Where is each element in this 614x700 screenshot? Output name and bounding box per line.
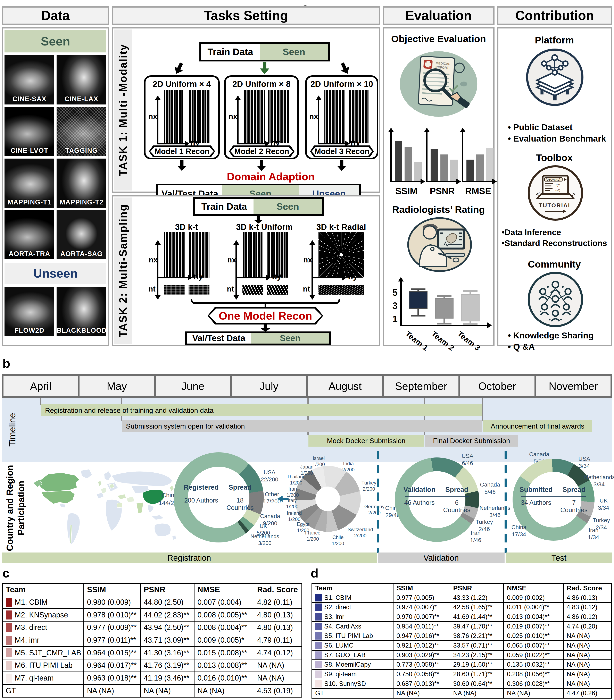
mri-modality-label: FLOW2D [4,327,54,334]
ny-axis-arrow [266,275,271,280]
registration-banner: Registration [2,552,377,563]
rad-score-value: 4.80 (0.13) [254,609,302,621]
rad-score-value: NA (NA) [254,660,302,672]
table-row: S2. direct 0.974 (0.007)* 42.58 (1.65)**… [312,602,611,612]
svg-text:(=\): (=\) [555,188,560,192]
metric-bar [431,149,438,181]
data-column-header: Data [2,6,109,25]
ny-axis [311,277,343,278]
table-row: S1. CBIM 0.977 (0.005) 43.33 (1.22) 0.00… [312,593,611,602]
team-color-swatch [6,661,12,670]
ssim-value: 0.773 (0.058)** [393,660,450,669]
svg-text:TUTORIAL: TUTORIAL [539,202,572,209]
mri-modality-label: CINE-LVOT [4,147,54,154]
nmse-value: 0.208 (0.056)** [503,670,563,679]
table-row: M6. ITU PIMI Lab 0.964 (0.017)** 41.76 (… [3,659,302,672]
x-axis-arrow [456,179,461,184]
tutorial-laptop-icon: (UTORIAL) {(/)} (=\) < > TUTORIAL [527,164,584,222]
task1-side-label: TASK 1: Multi -Modality [114,32,132,188]
rad-score-value: NA (NA) [563,660,611,669]
month-cell: August [308,376,382,396]
platform-heading: Platform [500,34,609,46]
registration-donut-center: Registered Spread 200 Authors 18 Countri… [188,467,249,528]
table-row: S4. CardiAxs 0.954 (0.011)** 39.47 (1.70… [312,621,611,631]
mri-modality-label: BLACKBLOOD [57,327,106,334]
mri-thumbnail: AORTA-SAG [57,210,106,259]
nx-axis-arrow [309,240,315,245]
psnr-mini-chart [425,132,460,183]
rad-score-value: 4.79 (0.11) [254,634,302,646]
other-donut-hole [316,487,340,511]
nmse-value: 0.306 (0.028)** [503,679,563,688]
tasks-column-header: Tasks Setting [112,6,380,25]
metric-bar [466,160,474,181]
rad-score-value: 4.83 (0.12) [563,603,611,612]
ny-axis [157,143,186,145]
rmse-label: RMSE [461,186,495,196]
month-cell: October [460,376,535,396]
rmse-mini-chart [461,132,495,183]
section-divider [377,451,379,553]
boxplot-team3 [460,285,480,326]
nmse-value: 0.016 (0.010)** [194,672,254,684]
mri-thumbnail: AORTA-TRA [4,210,54,259]
model-recon-hexagon: Model 1 Recon [147,146,217,157]
timeline-tick [40,398,41,405]
metric-bar [476,154,484,181]
svg-text:>: > [572,190,576,198]
team-color-swatch [6,623,12,632]
task2-side-label: TASK 2: Multi-Sampling [114,200,132,341]
boxplot-part [437,295,452,297]
team-name: GT [3,685,83,697]
team-color-swatch [315,594,322,601]
toolbox-bullets: •Data Inference•Standard Reconstructions [502,227,612,249]
ssim-value: 0.977 (0.011)** [83,634,140,646]
nt-axis [311,278,313,296]
bullet-item: •Standard Reconstructions [502,238,612,249]
nmse-value: NA (NA) [503,689,563,698]
metric-bar [414,162,422,181]
timeline-bar: Submission system open for validation [122,420,482,432]
team-color-swatch [315,613,322,621]
rad-score-value: NA (NA) [563,670,611,679]
rating-y-axis-arrow [398,277,404,282]
x-axis-arrow [420,179,425,184]
validation-donut-center: Validation Spread 46 Authors 6 Countries [408,471,465,528]
team-color-swatch [6,648,12,658]
ny-axis [318,143,346,145]
donut-label-canada-val: Canada 5/46 [477,481,503,495]
ny-axis [237,143,266,145]
timeline-bar: Announcement of final awards [483,420,592,432]
task2-valtest-box: Val/Test Data Seen [185,332,331,345]
radiologists-rating-heading: Radiologists’ Rating [385,204,492,215]
ssim-value: 0.921 (0.012)** [393,641,450,650]
ny-axis [157,277,188,278]
table-row: M3. direct 0.977 (0.009)** 43.94 (2.50)*… [3,621,302,634]
donut-label-iran-reg: Iran 1/200 [282,486,303,498]
x-axis-arrow [492,179,497,184]
seen-image-grid: CINE-SAX CINE-LAX CINE-LVOT TAGGING MAPP… [4,55,106,259]
psnr-label: PSNR [425,186,460,196]
boxplot-part [463,290,478,292]
ssim-value: 0.947 (0.016)** [393,632,450,640]
ssim-value: NA (NA) [393,689,450,698]
panel-label-b: b [2,356,10,371]
month-cell: November [536,376,611,396]
nmse-value: 0.013 (0.008)** [194,660,254,672]
ssim-label: SSIM [389,186,424,196]
rad-score-value: 4.74 (0.20) [563,622,611,631]
metric-bar [486,148,493,181]
nmse-value: 0.007 (0.004) [194,596,254,609]
ssim-value: 0.954 (0.011)** [393,622,450,631]
ny-axis-arrow [342,275,347,280]
months-row: AprilMayJuneJulyAugustSeptemberOctoberNo… [2,374,612,398]
ssim-value: 0.964 (0.015)** [83,647,140,659]
task1-card-1: 2D Uniform × 4 nx ny Model 1 Recon [144,75,220,159]
evaluation-column-header: Evaluation [383,6,494,25]
seen-banner: Seen [4,30,106,52]
nt-axis-arrow [155,295,161,300]
psnr-value: 38.76 (2.21)** [450,632,503,640]
mri-modality-label: MAPPING-T1 [4,198,54,206]
panel-label-c: c [2,566,10,580]
boxplot-team1 [408,285,428,326]
